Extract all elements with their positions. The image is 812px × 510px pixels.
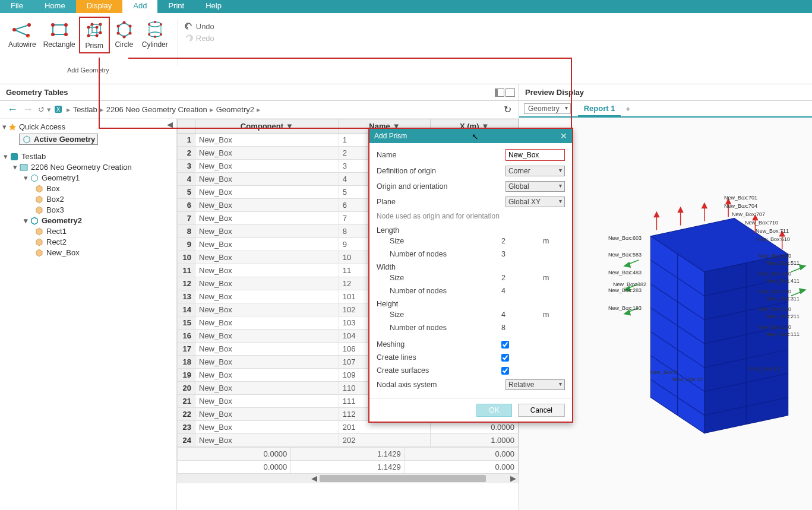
cell-component[interactable]: New_Box xyxy=(195,160,339,173)
tree-item-rect1[interactable]: Rect1 xyxy=(2,226,174,237)
length-nodes-value[interactable]: 3 xyxy=(501,250,537,258)
tree-item-newbox[interactable]: New_Box xyxy=(2,248,174,258)
cell-component[interactable]: New_Box xyxy=(195,408,339,421)
dialog-close-button[interactable]: ✕ xyxy=(560,131,567,141)
cell-component[interactable]: New_Box xyxy=(195,330,339,343)
circle-button[interactable]: Circle xyxy=(110,17,138,53)
svg-point-28 xyxy=(116,32,119,35)
nav-back-button[interactable]: ← xyxy=(7,103,18,116)
ok-button[interactable]: OK xyxy=(476,404,511,417)
cylinder-label: Cylinder xyxy=(142,40,168,49)
quick-access-label[interactable]: Quick Access xyxy=(19,122,65,131)
cell-component[interactable]: New_Box xyxy=(195,382,339,395)
length-size-value[interactable]: 2 xyxy=(501,237,537,245)
height-nodes-value[interactable]: 8 xyxy=(501,324,537,332)
cell-component[interactable]: New_Box xyxy=(195,277,339,290)
tree-item-testlab[interactable]: ▾ Testlab xyxy=(2,151,174,162)
cell-component[interactable]: New_Box xyxy=(195,343,339,356)
cell-component[interactable]: New_Box xyxy=(195,147,339,160)
length-nodes-label: Number of nodes xyxy=(377,250,466,258)
undo-button[interactable]: Undo xyxy=(182,20,217,32)
plane-select[interactable]: Global XY xyxy=(505,197,565,207)
cell-name[interactable]: 202 xyxy=(339,434,431,447)
cell-component[interactable]: New_Box xyxy=(195,369,339,382)
tree-item-rect2[interactable]: Rect2 xyxy=(2,237,174,248)
meshing-checkbox[interactable] xyxy=(501,341,509,349)
cylinder-button[interactable]: Cylinder xyxy=(138,17,172,53)
cell-component[interactable]: New_Box xyxy=(195,225,339,238)
definition-origin-select[interactable]: Corner xyxy=(505,166,565,176)
geometry-tables-header: Geometry Tables xyxy=(0,84,519,101)
nav-forward-button[interactable]: → xyxy=(23,103,33,116)
menu-add[interactable]: Add xyxy=(122,0,157,13)
tree-item-geometry1[interactable]: ▾ Geometry1 xyxy=(2,173,174,183)
tree-item-project[interactable]: ▾ 2206 Neo Geometry Creation xyxy=(2,162,174,173)
width-size-value[interactable]: 2 xyxy=(501,274,537,282)
active-geometry-button[interactable]: Active Geometry xyxy=(19,134,98,145)
cell-component[interactable]: New_Box xyxy=(195,356,339,369)
menu-file[interactable]: File xyxy=(0,0,34,13)
dialog-titlebar[interactable]: Add Prism ↖ ✕ xyxy=(369,129,572,143)
breadcrumb-project[interactable]: 2206 Neo Geometry Creation xyxy=(106,105,207,114)
cell-component[interactable]: New_Box xyxy=(195,264,339,277)
geometry-dropdown[interactable]: Geometry xyxy=(524,103,571,114)
cell-component[interactable]: New_Box xyxy=(195,395,339,408)
cell-component[interactable]: New_Box xyxy=(195,186,339,199)
tree-item-geometry2[interactable]: ▾ Geometry2 xyxy=(2,216,174,226)
tree-item-box3[interactable]: Box3 xyxy=(2,205,174,216)
cell-component[interactable]: New_Box xyxy=(195,421,339,434)
table-row[interactable]: 24 New_Box 202 1.0000 xyxy=(178,434,519,447)
width-nodes-value[interactable]: 4 xyxy=(501,287,537,295)
prism-button[interactable]: Prism xyxy=(79,17,110,53)
col-rownum[interactable] xyxy=(178,119,195,134)
refresh-button[interactable]: ↻ xyxy=(504,104,511,115)
nav-history-button[interactable]: ↺ ▾ xyxy=(38,105,51,114)
svg-point-26 xyxy=(128,32,131,35)
cell-component[interactable]: New_Box xyxy=(195,434,339,447)
cell-component[interactable]: New_Box xyxy=(195,316,339,330)
col-component[interactable]: Component▼ xyxy=(195,119,339,134)
menu-help[interactable]: Help xyxy=(195,0,232,13)
create-lines-label: Create lines xyxy=(377,353,466,362)
horizontal-scrollbar[interactable]: ◀▶ xyxy=(177,474,519,483)
create-surfaces-checkbox[interactable] xyxy=(501,367,509,375)
node-label: New_Box:710 xyxy=(745,220,778,226)
box-icon xyxy=(34,184,44,194)
cell-x[interactable]: 1.0000 xyxy=(431,434,519,447)
rectangle-button[interactable]: Rectangle xyxy=(40,17,79,53)
tree-item-box[interactable]: Box xyxy=(2,183,174,194)
menu-display[interactable]: Display xyxy=(76,0,123,13)
breadcrumb-geometry[interactable]: Geometry2 xyxy=(216,105,254,114)
height-size-value[interactable]: 4 xyxy=(501,311,537,319)
cell-component[interactable]: New_Box xyxy=(195,134,339,147)
cell-component[interactable]: New_Box xyxy=(195,212,339,225)
menu-print[interactable]: Print xyxy=(157,0,195,13)
redo-button[interactable]: Redo xyxy=(182,32,217,44)
node-label: New_Box:483 xyxy=(608,270,642,275)
cell-component[interactable]: New_Box xyxy=(195,173,339,186)
report-tab[interactable]: Report 1 xyxy=(578,102,621,116)
cancel-button[interactable]: Cancel xyxy=(518,404,565,417)
cell-component[interactable]: New_Box xyxy=(195,199,339,212)
cell-component[interactable]: New_Box xyxy=(195,251,339,264)
panel-layout-icon[interactable] xyxy=(505,88,515,97)
circle-label: Circle xyxy=(115,40,133,49)
nodal-axis-select[interactable]: Relative xyxy=(505,379,565,390)
menu-home[interactable]: Home xyxy=(34,0,76,13)
tree-item-box2[interactable]: Box2 xyxy=(2,194,174,205)
breadcrumb-root[interactable]: Testlab xyxy=(73,105,97,114)
name-input[interactable] xyxy=(505,149,565,161)
scrollbar-thumb[interactable] xyxy=(320,475,486,482)
cell-component[interactable]: New_Box xyxy=(195,290,339,303)
autowire-button[interactable]: Autowire xyxy=(5,17,40,53)
cell-component[interactable]: New_Box xyxy=(195,238,339,251)
cell-component[interactable]: New_Box xyxy=(195,303,339,316)
node-label: New_Box:211 xyxy=(766,313,800,319)
origin-orientation-select[interactable]: Global xyxy=(505,181,565,192)
create-lines-checkbox[interactable] xyxy=(501,354,509,362)
row-number: 12 xyxy=(178,277,195,290)
add-tab-button[interactable]: + xyxy=(621,102,635,116)
node-label: New_Box:310 xyxy=(758,289,791,294)
panel-layout-icon[interactable] xyxy=(495,88,504,97)
svg-point-19 xyxy=(95,34,98,37)
